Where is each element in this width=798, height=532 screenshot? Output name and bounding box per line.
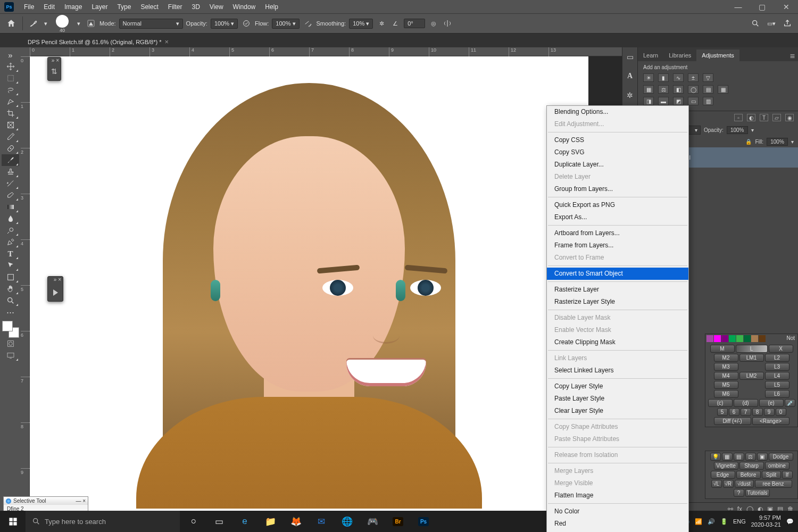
gradient-map-adj-icon[interactable]: ▭ [688,97,699,105]
collapse-icon[interactable]: » [2,49,19,61]
levels-adj-icon[interactable]: ▮ [658,73,669,82]
menu-3d[interactable]: 3D [187,3,204,11]
collapsed-panel-2[interactable]: » × [47,276,63,302]
hue-adj-icon[interactable]: ▦ [643,85,654,94]
eyedropper-tool[interactable] [2,131,19,143]
flow-input[interactable]: 100% ▾ [272,19,299,29]
menu-type[interactable]: Type [112,3,136,11]
ctx-flatten-image[interactable]: Flatten Image [547,489,688,502]
screen-mode-icon[interactable] [2,350,19,361]
history-panel-icon[interactable]: ▭ [625,52,635,62]
pressure-opacity-icon[interactable] [241,18,252,29]
ctx-export-as[interactable]: Export As... [547,211,688,223]
photo-filter-adj-icon[interactable]: ◯ [688,85,699,94]
search-icon[interactable] [750,18,761,29]
cortana-icon[interactable]: ○ [182,511,205,532]
marquee-tool[interactable] [2,72,19,84]
battery-icon[interactable]: 🔋 [720,518,728,525]
layers-icon[interactable]: ▤ [734,453,744,461]
explorer-icon[interactable]: 📁 [259,511,282,532]
edit-toolbar-icon[interactable]: ⋯ [2,306,19,318]
balance-icon[interactable]: ⚖ [745,453,756,461]
smoothing-input[interactable]: 10% ▾ [349,19,373,29]
ruler-horizontal[interactable]: 012345678910111213 [30,47,622,56]
notifications-icon[interactable]: 💬 [786,518,794,525]
curves-adj-icon[interactable]: ∿ [673,73,684,82]
smoothing-options-icon[interactable]: ✲ [376,18,387,29]
character-panel-icon[interactable]: A [625,71,635,81]
brush-tool[interactable] [2,154,19,166]
grid-icon[interactable]: ▦ [722,453,733,461]
language-indicator[interactable]: ENG [733,518,746,525]
outlook-icon[interactable]: ✉ [310,511,333,532]
menu-help[interactable]: Help [260,3,283,11]
stamp-tool[interactable] [2,166,19,178]
pressure-size-icon[interactable]: ◎ [428,18,439,29]
ctx-red[interactable]: Red [547,518,688,530]
tab-adjustments[interactable]: Adjustments [696,49,739,61]
layer-opacity-input[interactable]: 100% [727,126,748,134]
menu-layer[interactable]: Layer [87,3,112,11]
bulb-icon[interactable]: 💡 [710,453,721,461]
ctx-copy-svg[interactable]: Copy SVG [547,146,688,159]
pen-tool[interactable] [2,236,19,248]
menu-image[interactable]: Image [60,3,87,11]
blur-tool[interactable] [2,213,19,225]
collapsed-panel-1[interactable]: » ×⇅ [47,57,61,81]
ruler-vertical[interactable]: 0123456789 [21,56,30,515]
panel-menu-icon[interactable]: ≡ [787,52,798,61]
photoshop-icon[interactable]: Ps [412,511,435,532]
lasso-tool[interactable] [2,84,19,96]
angle-input[interactable]: 0° [404,19,425,28]
brightness-adj-icon[interactable]: ☀ [643,73,654,82]
ruler-origin[interactable] [21,47,30,56]
history-brush-tool[interactable] [2,178,19,189]
filter-smart-icon[interactable]: ◉ [785,114,794,121]
menu-file[interactable]: File [19,3,39,11]
edge-icon[interactable]: e [233,511,256,532]
start-button[interactable] [0,511,26,532]
selective-color-adj-icon[interactable]: ▥ [703,97,713,105]
close-button[interactable]: ✕ [774,0,798,13]
ctx-copy-layer-style[interactable]: Copy Layer Style [547,380,688,393]
lut-adj-icon[interactable]: ▦ [718,85,728,94]
brush-preview[interactable] [56,15,69,28]
mixer-adj-icon[interactable]: ▤ [703,85,713,94]
filter-type-icon[interactable]: T [760,114,768,121]
firefox-icon[interactable]: 🦊 [284,511,307,532]
filter-shape-icon[interactable]: ▱ [772,114,781,121]
ctx-duplicate-layer[interactable]: Duplicate Layer... [547,159,688,171]
quick-select-tool[interactable] [2,96,19,107]
ctx-group-from-layers[interactable]: Group from Layers... [547,183,688,195]
filter-pixel-icon[interactable]: ▫ [734,114,743,121]
color-swatch-row[interactable]: Not [705,334,797,343]
chrome-icon[interactable]: 🌐 [335,511,359,532]
ctx-orange[interactable]: Orange [547,530,688,532]
ctx-rasterize-layer-style[interactable]: Rasterize Layer Style [547,296,688,308]
bw-adj-icon[interactable]: ◧ [673,85,684,94]
lock-icon[interactable]: 🔒 [745,139,752,145]
home-icon[interactable] [5,18,17,29]
ctx-paste-layer-style[interactable]: Paste Layer Style [547,393,688,405]
zoom-tool[interactable] [2,295,19,306]
ctx-no-color[interactable]: No Color [547,505,688,518]
brush-tool-icon[interactable] [28,18,39,29]
taskview-icon[interactable]: ▭ [207,511,231,532]
ctx-clear-layer-style[interactable]: Clear Layer Style [547,405,688,417]
menu-window[interactable]: Window [228,3,261,11]
brush-panel-icon[interactable] [86,18,96,29]
exposure-adj-icon[interactable]: ± [688,73,699,82]
bridge-icon[interactable]: Br [386,511,410,532]
ctx-blending-options[interactable]: Blending Options... [547,106,688,118]
tab-learn[interactable]: Learn [638,49,663,61]
tab-close-icon[interactable]: × [164,38,169,46]
airbrush-icon[interactable] [303,18,313,29]
ctx-copy-css[interactable]: Copy CSS [547,134,688,146]
share-icon[interactable] [782,18,793,29]
volume-icon[interactable]: 🔊 [708,518,715,525]
ctx-select-linked-layers[interactable]: Select Linked Layers [547,364,688,377]
layer-fill-input[interactable]: 100% [767,138,788,146]
crop-tool[interactable] [2,107,19,119]
shape-tool[interactable] [2,271,19,283]
maximize-button[interactable]: ▢ [750,0,774,13]
